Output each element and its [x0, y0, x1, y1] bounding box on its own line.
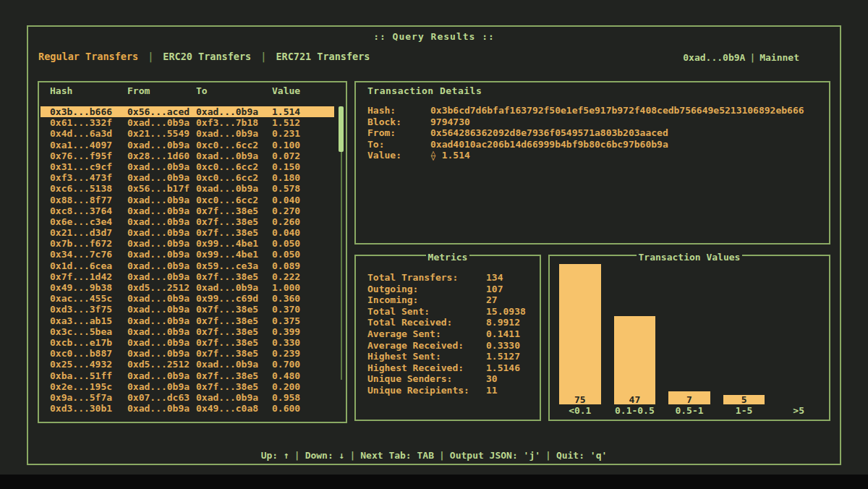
table-row[interactable]: 0x31...c9cf0xad...0b9a0xc0...6cc20.150 — [41, 161, 334, 172]
table-cell: 0.958 — [272, 392, 334, 403]
tab-erc721-transfers[interactable]: ERC721 Transfers — [276, 51, 370, 63]
table-row[interactable]: 0x9a...5f7a0x07...dc630xad...0b9a0.958 — [41, 392, 334, 403]
table-cell: 1.000 — [272, 282, 334, 293]
table-cell: 0x3c...5bea — [50, 326, 127, 337]
chart-column: 70.5-1 — [662, 264, 717, 417]
table-scrollbar[interactable] — [339, 106, 344, 380]
table-cell: 0xc0...6cc2 — [196, 172, 272, 183]
metrics-legend: Metrics — [356, 250, 540, 263]
table-row[interactable]: 0x3c...5bea0xad...0b9a0x7f...38e50.399 — [41, 326, 334, 337]
tab-regular-transfers[interactable]: Regular Transfers — [38, 51, 138, 63]
table-row[interactable]: 0x4d...6a3d0x21...55490xad...0b9a0.231 — [41, 128, 334, 139]
table-row[interactable]: 0x7f...1d420xad...0b9a0x7f...38e50.222 — [41, 271, 334, 282]
bar-value-label: 7 — [662, 394, 717, 405]
transfers-table-panel: HashFromToValue 0x3b...b6660x56...aced0x… — [38, 81, 347, 423]
metric-label: Highest Sent: — [367, 351, 486, 362]
table-cell: 0xc0...6cc2 — [196, 161, 272, 172]
chart-column: 75<0.1 — [553, 264, 608, 417]
detail-label: Value: — [367, 150, 430, 161]
table-cell: 0xad...0b9a — [127, 161, 196, 172]
table-row[interactable]: 0xc0...b8870xad...0b9a0x7f...38e50.239 — [41, 348, 334, 359]
metric-value: 27 — [486, 294, 498, 306]
table-cell: 0x99...4be1 — [196, 238, 272, 249]
table-cell: 0xad...0b9a — [127, 381, 196, 392]
table-cell: 0.100 — [272, 140, 334, 150]
table-cell: 0.370 — [272, 304, 334, 315]
table-row[interactable]: 0x3b...b6660x56...aced0xad...0b9a1.514 — [41, 106, 334, 117]
table-row[interactable]: 0xc8...37640xad...0b9a0x7f...38e50.270 — [41, 205, 334, 216]
table-row[interactable]: 0x61...332f0xad...0b9a0xf3...7b181.512 — [41, 117, 334, 128]
table-row[interactable]: 0x2e...195c0xad...0b9a0x7f...38e50.200 — [41, 381, 334, 392]
table-row[interactable]: 0x25...49320xd5...25120xad...0b9a0.700 — [41, 359, 334, 370]
metric-value: 1.5127 — [486, 351, 520, 362]
column-header-hash: Hash — [50, 85, 127, 97]
metric-row: Average Sent:0.1411 — [367, 328, 534, 340]
help-item-output-json: Output JSON: 'j' — [450, 450, 540, 461]
scrollbar-thumb[interactable] — [339, 106, 344, 152]
tab-erc20-transfers[interactable]: ERC20 Transfers — [163, 51, 251, 63]
table-row[interactable]: 0x88...8f770xad...0b9a0xc0...6cc20.040 — [41, 195, 334, 205]
table-cell: 0x7f...38e5 — [196, 337, 272, 348]
detail-label: Hash: — [367, 105, 430, 116]
table-cell: 0xad...0b9a — [127, 304, 196, 315]
table-cell: 0.050 — [272, 238, 334, 249]
detail-value: 0xad4010ac206b14d66999b4bf9b80c6bc97b60b… — [430, 139, 668, 150]
metric-value: 8.9912 — [486, 317, 520, 328]
table-cell: 0xc8...3764 — [50, 205, 127, 216]
metric-label: Total Received: — [367, 317, 486, 328]
table-row[interactable]: 0x34...7c760xad...0b9a0x99...4be10.050 — [41, 249, 334, 260]
table-cell: 0.040 — [272, 195, 334, 205]
table-row[interactable]: 0x6e...c3e40xad...0b9a0x7f...38e50.260 — [41, 216, 334, 227]
bar-value-label: 5 — [717, 394, 772, 405]
table-cell: 0x7f...38e5 — [196, 381, 272, 392]
table-cell: 0x7f...38e5 — [196, 205, 272, 216]
table-cell: 0xcb...e17b — [50, 337, 127, 348]
table-cell: 0xc0...6cc2 — [196, 195, 272, 205]
metrics-panel: Metrics Total Transfers:134Outgoing:107I… — [354, 255, 541, 421]
table-cell: 0xad...0b9a — [127, 195, 196, 205]
table-cell: 0.600 — [272, 403, 334, 414]
table-cell: 0.399 — [272, 326, 334, 337]
table-row[interactable]: 0xa3...ab150xad...0b9a0x7f...38e50.375 — [41, 315, 334, 326]
table-cell: 0.150 — [272, 161, 334, 172]
detail-field: To:0xad4010ac206b14d66999b4bf9b80c6bc97b… — [367, 139, 822, 150]
table-cell: 0xc0...6cc2 — [196, 140, 272, 150]
metric-label: Unique Senders: — [367, 373, 486, 385]
metrics-items: Total Transfers:134Outgoing:107Incoming:… — [367, 272, 534, 396]
table-row[interactable]: 0xc6...51380x56...b17f0xad...0b9a0.578 — [41, 183, 334, 194]
app-frame: :: Query Results :: Regular Transfers|ER… — [27, 25, 841, 465]
table-cell: 0xad...0b9a — [127, 205, 196, 216]
table-row[interactable]: 0xf3...473f0xad...0b9a0xc0...6cc20.180 — [41, 172, 334, 183]
table-row[interactable]: 0xba...51ff0xad...0b9a0x7f...38e50.480 — [41, 370, 334, 381]
table-row[interactable]: 0xa1...40970xad...0b9a0xc0...6cc20.100 — [41, 140, 334, 150]
chart-title: Transaction Values — [637, 252, 743, 263]
table-row[interactable]: 0xcb...e17b0xad...0b9a0x7f...38e50.330 — [41, 337, 334, 348]
table-cell: 0xad...0b9a — [127, 293, 196, 304]
table-cell: 0x49...c0a8 — [196, 403, 272, 414]
terminal-screen: :: Query Results :: Regular Transfers|ER… — [0, 0, 868, 475]
table-cell: 0xad...0b9a — [127, 140, 196, 150]
table-row[interactable]: 0xac...455c0xad...0b9a0x99...c69d0.360 — [41, 293, 334, 304]
table-cell: 0xc6...5138 — [50, 183, 127, 194]
table-cell: 0x21...d3d7 — [50, 227, 127, 238]
help-item-down: Down: ↓ — [305, 450, 345, 461]
table-row[interactable]: 0x1d...6cea0xad...0b9a0x59...ce3a0.089 — [41, 260, 334, 271]
table-row[interactable]: 0xd3...3f750xad...0b9a0x7f...38e50.370 — [41, 304, 334, 315]
table-row[interactable]: 0x7b...f6720xad...0b9a0x99...4be10.050 — [41, 238, 334, 249]
table-row[interactable]: 0x49...9b380xd5...25120xad...0b9a1.000 — [41, 282, 334, 293]
metric-value: 0.1411 — [486, 328, 520, 340]
metric-label: Total Sent: — [367, 306, 486, 318]
table-row[interactable]: 0xd3...30b10xad...0b9a0x49...c0a80.600 — [41, 403, 334, 414]
table-cell: 0.700 — [272, 359, 334, 370]
tab-separator: | — [260, 51, 266, 63]
table-cell: 0x31...c9cf — [50, 161, 127, 172]
metric-label: Total Transfers: — [367, 272, 486, 284]
chart-column: 51-5 — [717, 264, 772, 417]
table-row[interactable]: 0x21...d3d70xad...0b9a0x7f...38e50.040 — [41, 227, 334, 238]
table-cell: 0x56...b17f — [127, 183, 196, 194]
chart-bars: 75<0.1470.1-0.570.5-151-5>5 — [553, 264, 826, 417]
table-cell: 0xad...0b9a — [127, 271, 196, 282]
table-cell: 0x7f...38e5 — [196, 315, 272, 326]
table-row[interactable]: 0x76...f95f0x28...1d600xad...0b9a0.072 — [41, 150, 334, 161]
table-cell: 0x7b...f672 — [50, 238, 127, 249]
